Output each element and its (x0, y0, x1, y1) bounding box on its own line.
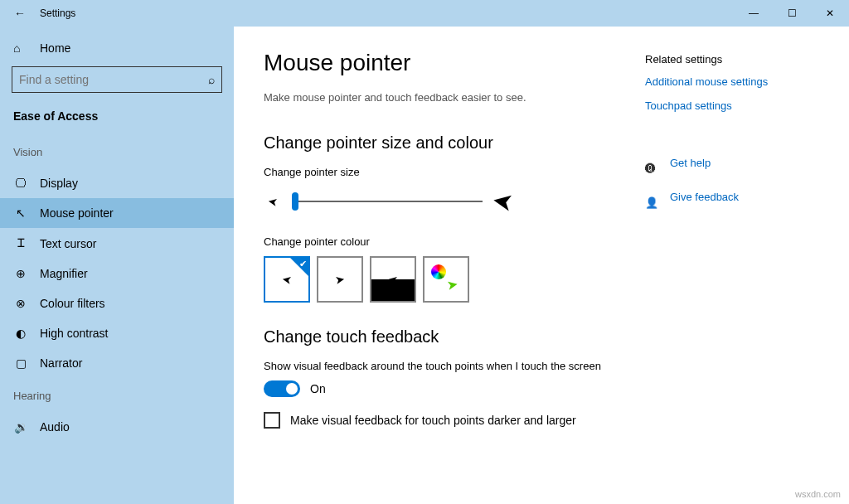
audio-icon: 🔉 (13, 420, 28, 434)
nav-label: Text cursor (40, 237, 96, 250)
touch-feedback-desc: Show visual feedback around the touch po… (264, 360, 645, 372)
feedback-link[interactable]: Give feedback (670, 191, 739, 203)
related-settings: Related settings Additional mouse settin… (645, 50, 819, 487)
section-touch-feedback: Change touch feedback (264, 327, 645, 346)
main-content: Mouse pointer Make mouse pointer and tou… (234, 27, 849, 504)
cursor-icon: ➤ (387, 272, 400, 287)
check-icon: ✔ (299, 259, 307, 269)
feedback-icon: 👤 (645, 196, 660, 209)
group-vision: Vision (0, 134, 234, 168)
sidebar-item-text-cursor[interactable]: Ꮖ Text cursor (0, 228, 234, 259)
colour-white[interactable]: ✔ ➤ (264, 256, 310, 303)
rainbow-icon (431, 264, 446, 279)
back-button[interactable]: ← (0, 7, 40, 20)
nav-label: Display (40, 177, 78, 190)
link-additional-mouse[interactable]: Additional mouse settings (645, 75, 819, 88)
sidebar-item-magnifier[interactable]: ⊕ Magnifier (0, 259, 234, 288)
text-cursor-icon: Ꮖ (13, 236, 28, 250)
colour-filters-icon: ⊗ (13, 297, 28, 310)
home-nav[interactable]: ⌂ Home (0, 33, 234, 63)
nav-label: Mouse pointer (40, 206, 114, 220)
high-contrast-icon: ◐ (13, 327, 28, 340)
related-heading: Related settings (645, 53, 819, 65)
get-help[interactable]: 🅠 Get help (645, 157, 819, 181)
colour-inverted[interactable]: ➤ (370, 256, 416, 303)
sidebar-item-high-contrast[interactable]: ◐ High contrast (0, 318, 234, 348)
pointer-size-label: Change pointer size (264, 166, 645, 178)
nav-label: High contrast (40, 327, 108, 340)
colour-custom[interactable]: ➤ (423, 256, 469, 303)
page-description: Make mouse pointer and touch feedback ea… (264, 91, 645, 104)
section-size-colour: Change pointer size and colour (264, 133, 645, 153)
darker-larger-checkbox[interactable] (264, 412, 280, 429)
link-touchpad[interactable]: Touchpad settings (645, 99, 819, 112)
narrator-icon: ▢ (13, 356, 28, 370)
home-icon: ⌂ (13, 41, 28, 55)
nav-label: Audio (40, 420, 70, 434)
sidebar-item-mouse-pointer[interactable]: ↖ Mouse pointer (0, 198, 234, 228)
toggle-state: On (310, 382, 326, 395)
display-icon: 🖵 (13, 177, 28, 190)
search-input[interactable] (19, 73, 208, 86)
colour-black[interactable]: ➤ (317, 256, 363, 303)
maximize-button[interactable]: ☐ (773, 0, 811, 27)
help-icon: 🅠 (645, 162, 660, 175)
cursor-icon: ➤ (334, 272, 347, 287)
mouse-pointer-icon: ↖ (13, 206, 28, 220)
cursor-icon: ➤ (281, 272, 294, 287)
cursor-icon: ➤ (445, 276, 458, 293)
sidebar-item-audio[interactable]: 🔉 Audio (0, 412, 234, 442)
sidebar-item-narrator[interactable]: ▢ Narrator (0, 348, 234, 378)
small-pointer-icon: ➤ (264, 195, 282, 208)
sidebar-item-display[interactable]: 🖵 Display (0, 168, 234, 198)
watermark: wsxdn.com (795, 489, 841, 499)
help-link[interactable]: Get help (670, 157, 711, 169)
nav-label: Narrator (40, 356, 82, 370)
close-button[interactable]: ✕ (811, 0, 849, 27)
touch-feedback-toggle[interactable] (264, 380, 300, 397)
pointer-colour-options: ✔ ➤ ➤ ➤ ➤ (264, 256, 645, 303)
checkbox-label: Make visual feedback for touch points da… (290, 414, 576, 427)
nav-label: Colour filters (40, 297, 105, 310)
sidebar-item-colour-filters[interactable]: ⊗ Colour filters (0, 288, 234, 318)
page-title: Mouse pointer (264, 50, 645, 76)
section-heading: Ease of Access (0, 104, 234, 134)
home-label: Home (40, 41, 70, 55)
slider-track[interactable] (292, 201, 483, 202)
minimize-button[interactable]: — (735, 0, 773, 27)
slider-thumb[interactable] (292, 192, 298, 211)
nav-label: Magnifier (40, 267, 88, 280)
group-hearing: Hearing (0, 378, 234, 412)
pointer-colour-label: Change pointer colour (264, 235, 645, 248)
title-bar: ← Settings — ☐ ✕ (0, 0, 849, 27)
search-icon: ⌕ (208, 73, 215, 86)
large-pointer-icon: ➤ (492, 187, 513, 216)
give-feedback[interactable]: 👤 Give feedback (645, 191, 819, 215)
magnifier-icon: ⊕ (13, 267, 28, 280)
pointer-size-slider[interactable]: ➤ ➤ (264, 187, 645, 216)
window-title: Settings (40, 7, 75, 19)
search-box[interactable]: ⌕ (12, 66, 222, 93)
sidebar: ⌂ Home ⌕ Ease of Access Vision 🖵 Display… (0, 27, 234, 504)
